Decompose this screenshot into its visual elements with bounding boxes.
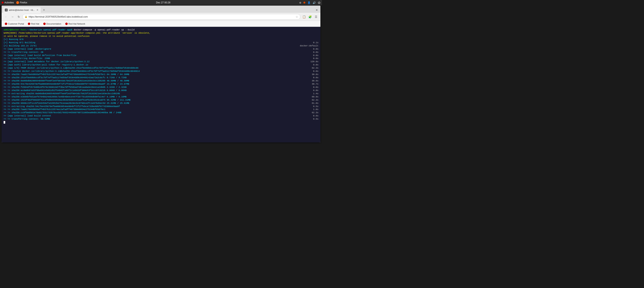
power-indicator (304, 1, 306, 3)
browser-window: $ admin@docker-host: ~/d... ✕ + ✕ ← → ↻ … (2, 5, 320, 142)
activities-button[interactable]: Activities (2, 1, 14, 4)
browser-tab-active[interactable]: $ admin@docker-host: ~/d... ✕ (3, 7, 41, 13)
term-line-3: => [app internal] load build definition … (4, 54, 318, 57)
term-line-16: => => sha256:e3696bf6d1aef6794bb24eb2058… (4, 95, 318, 99)
volume-icon: 🔊 (312, 1, 316, 4)
term-line-22: => [app internal] load build context 0.6… (4, 114, 318, 118)
term-line-10: => => sha256:251ef8e69b6ccdf3c7bf7effaa5… (4, 76, 318, 79)
terminal-content: admin@docker-host:~/dockerize-openai-pdf… (2, 27, 320, 142)
firefox-icon (16, 1, 19, 4)
system-bar-right: ⊕ 👤 🔊 ⏻ (299, 1, 320, 4)
term-line-15: => => extracting sha256:0a96bdb8280554b5… (4, 92, 318, 95)
bookmark-star-icon[interactable]: ☆ (296, 15, 298, 18)
bookmark-label-red-hat-network: Red Hat Network (68, 22, 85, 25)
firefox-label: Firefox (20, 1, 27, 4)
term-line-11: => => sha256:0a96bdb8280554b560ffee0f2e5… (4, 79, 318, 83)
term-line-23: => => transferring context: 58.53MB 0.5s (4, 118, 318, 121)
bookmark-icon-documentation (43, 22, 46, 25)
terminal-command: docker-compose -p openai-pdf-reader up -… (72, 28, 134, 31)
bookmark-customer-portal[interactable]: Customer Portal (3, 22, 26, 25)
pocket-button[interactable]: 📋 (301, 14, 307, 19)
redhat-icon (2, 1, 4, 3)
bookmark-icon-red-hat-network (65, 22, 68, 25)
system-datetime: Dec 27 00:28 (156, 1, 170, 4)
term-line-13: => => sha256:fd304df3579ddb2df079c560619… (4, 86, 318, 89)
term-line-warn1: WARN[0000] /home/admin/dockerize-openai-… (4, 32, 318, 35)
tab-favicon: $ (5, 8, 8, 11)
new-tab-button[interactable]: + (41, 7, 47, 13)
terminal-prompt-line: admin@docker-host:~/dockerize-openai-pdf… (4, 28, 318, 32)
term-line-14: => => sha256:acda8b87a53fdba562e5dd1d52f… (4, 89, 318, 92)
terminal-user: admin (4, 28, 10, 31)
term-cursor-line (4, 121, 318, 124)
bookmark-icon-red-hat (28, 22, 30, 25)
term-line-4: => => transferring dockerfile: 239B 0.0s (4, 57, 318, 60)
bookmark-documentation[interactable]: Documentation (42, 22, 63, 25)
back-button[interactable]: ← (3, 14, 9, 19)
term-line-warn2: it will be ignored, please remove it to … (4, 35, 318, 38)
forward-button[interactable]: → (10, 14, 15, 19)
bookmarks-bar: Customer Portal Red Hat Documentation Re… (2, 21, 320, 27)
term-line-12: => => sha256:54c7be425079efba0003054ee88… (4, 83, 318, 86)
reload-button[interactable]: ↻ (16, 14, 22, 19)
security-icon: 🔒 (25, 15, 28, 18)
browser-toolbar: ← → ↻ 🔒 https://terminal-203f7660529d46e… (2, 13, 320, 21)
term-line-running0: [+] Running 0/0 (4, 38, 318, 41)
window-controls: ✕ (315, 8, 319, 13)
term-line-17: => => sha256:1523f4b3f5602bf41caf8d8e649… (4, 99, 318, 102)
term-line-7: => [app 1/4] FROM docker.io/library/pyth… (4, 67, 318, 70)
term-line-1: => [app internal] load .dockerignore 0.0… (4, 48, 318, 51)
term-line-18: => => sha256:9668c23f1ccbf2e8456efa32652… (4, 102, 318, 105)
bookmark-label-documentation: Documentation (46, 22, 61, 25)
tab-close-button[interactable]: ✕ (36, 8, 39, 11)
user-icon: 👤 (308, 1, 310, 4)
system-bar: Activities Firefox Dec 27 00:28 ⊕ 👤 🔊 ⏻ (0, 0, 322, 5)
system-bar-left: Activities Firefox (2, 1, 27, 4)
terminal-host: docker-host (12, 28, 26, 31)
term-line-19: => => extracting sha256:54c7be425079efba… (4, 105, 318, 108)
power-icon[interactable]: ⏻ (318, 1, 320, 4)
bookmark-label-customer-portal: Customer Portal (8, 22, 24, 25)
tab-label: admin@docker-host: ~/d... (9, 9, 35, 11)
term-line-8: => => resolve docker.io/library/python:3… (4, 70, 318, 73)
bookmark-label-red-hat: Red Hat (31, 22, 39, 25)
term-line-5: => [app internal] load metadata for dock… (4, 60, 318, 63)
bookmark-icon-customer-portal (5, 22, 7, 25)
menu-button[interactable]: ☰ (313, 14, 319, 19)
toolbar-right: 📋 🧩 ☰ (301, 14, 319, 19)
window-close-button[interactable]: ✕ (315, 8, 319, 12)
terminal-cursor (4, 121, 5, 124)
extensions-button[interactable]: 🧩 (307, 14, 313, 19)
address-bar[interactable]: 🔒 https://terminal-203f7660529d46e0.labs… (22, 14, 300, 19)
url-text: https://terminal-203f7660529d46e0.labs.k… (29, 15, 294, 18)
firefox-button[interactable]: Firefox (16, 1, 27, 4)
bookmark-red-hat[interactable]: Red Hat (26, 22, 41, 25)
network-icon: ⊕ (299, 1, 301, 4)
term-line-9: => => sha256:7aa8176e6d893aff4b57b2c2257… (4, 73, 318, 76)
bookmark-red-hat-network[interactable]: Red Hat Network (64, 22, 87, 25)
tab-bar: $ admin@docker-host: ~/d... ✕ + ✕ (2, 5, 320, 13)
term-line-building: [+] Building 183.2s (5/9) docker:default (4, 44, 318, 48)
term-line-21: => => sha256:cc9fb0d581e78e017831733b79c… (4, 111, 318, 114)
term-line-running1: [+] Running 0/1 Building 0.1s (4, 41, 318, 44)
term-line-2: => => transferring context: 2B 0.0s (4, 51, 318, 54)
term-line-6: => [app auth] library/python:pull token … (4, 63, 318, 67)
term-line-20: => => sha256:7aa8176e6d893aff4b57b2c2257… (4, 108, 318, 111)
activities-label: Activities (4, 1, 14, 4)
